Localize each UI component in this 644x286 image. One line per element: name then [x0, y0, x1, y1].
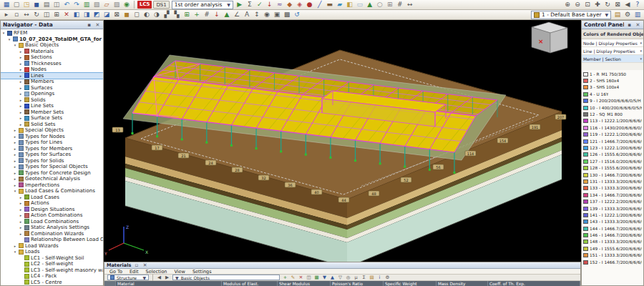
tree-item[interactable]: ▸Types for Members	[1, 146, 103, 152]
expander-icon[interactable]: ▸	[13, 171, 17, 175]
tree-item[interactable]: ▸Surfaces	[1, 85, 103, 92]
text-label-icon[interactable]: A	[242, 10, 252, 19]
tree-item[interactable]: ▸Types for Lines	[1, 139, 103, 146]
legend-row[interactable]: 126 - I 1555.6/200/6/6/6/0/S/H	[582, 152, 643, 158]
move-icon[interactable]: ↔	[21, 10, 31, 19]
support-display-icon[interactable]: ▲	[222, 10, 232, 19]
copy-row-icon[interactable]: ◫	[305, 275, 313, 280]
undo-icon[interactable]: ↶	[62, 0, 72, 9]
expander-icon[interactable]: ▸	[13, 147, 17, 151]
legend-row[interactable]: 143 - I 1333.3/200/6/6/6/0/S/H	[582, 219, 643, 225]
expander-icon[interactable]: ▸	[13, 134, 17, 139]
help-icon[interactable]: ?	[633, 0, 643, 9]
float-panel-icon[interactable]: ▫	[133, 262, 140, 268]
expander-icon[interactable]: ▸	[19, 207, 23, 212]
expander-icon[interactable]: ▸	[19, 104, 23, 108]
navigator-icon[interactable]: ▦	[1, 0, 11, 9]
menu-view[interactable]: View	[171, 269, 189, 275]
tree-item[interactable]: ▸Types for Special Objects	[1, 164, 103, 170]
objects-combo[interactable]: ▼ Basic Objects	[172, 275, 280, 280]
tree-item[interactable]: ▸Types for Concrete Design	[1, 170, 103, 177]
zoom-in-icon[interactable]: ⊕	[562, 0, 572, 9]
snap-icon[interactable]: ▧	[92, 0, 102, 9]
rotate-view-icon[interactable]: ↻	[602, 0, 613, 9]
tree-item[interactable]: LC3 - Self-weight masonry walls	[1, 267, 103, 274]
legend-row[interactable]: 151 - I 1333.3/200/6/6/6/0/M	[582, 252, 643, 259]
expander-icon[interactable]: ▾	[13, 43, 17, 47]
hinge-icon[interactable]: ○	[375, 0, 385, 9]
zoom-out-icon[interactable]: ⊖	[572, 0, 582, 9]
expander-icon[interactable]: ▸	[19, 86, 23, 90]
expander-icon[interactable]: ▾	[1, 31, 6, 35]
expander-icon[interactable]: ▸	[13, 152, 17, 157]
legend-row[interactable]: 3 - SHS 100x4	[582, 84, 643, 91]
column-header[interactable]: Material	[116, 281, 222, 286]
tree-item[interactable]: ▸Surface Sets	[1, 115, 103, 122]
calculate-icon[interactable]: ▶	[235, 0, 245, 9]
dimensions-icon[interactable]: ↔	[405, 0, 415, 9]
tree-item[interactable]: ▸Solids	[1, 97, 103, 104]
results-icon[interactable]: Σ	[245, 0, 255, 9]
view-x-icon[interactable]: ◧	[72, 10, 82, 19]
zoom-extents-icon[interactable]: ⊠	[112, 10, 122, 19]
column-header[interactable]: Coeff. of Th. Exp.	[488, 281, 580, 286]
tree-item[interactable]: ▸Special Objects	[1, 127, 103, 134]
tree-item[interactable]: ▸Solid Sets	[1, 122, 103, 128]
import-icon[interactable]: ▼	[321, 275, 328, 280]
legend-row[interactable]: 141 - I 1222.1/200/6/6/6/0/M	[582, 212, 643, 218]
tree-item[interactable]: ▸Load Combinations	[1, 219, 103, 225]
pin-icon[interactable]: ▪	[626, 22, 633, 28]
info-icon[interactable]: i	[376, 275, 384, 280]
tree-item[interactable]: Relationship Between Load Cases	[1, 237, 103, 243]
expander-icon[interactable]: ▸	[19, 55, 23, 59]
grid-toggle-icon[interactable]: ⊞	[182, 10, 192, 19]
close-icon[interactable]: ✕	[635, 22, 641, 28]
member-icon[interactable]: ▬	[325, 0, 335, 9]
copy-icon[interactable]: ◫	[52, 0, 62, 9]
tree-item[interactable]: ▸Types for Nodes	[1, 134, 103, 140]
background-icon[interactable]: ▩	[282, 10, 292, 19]
render-selector[interactable]: Line | Display Properties▾	[582, 47, 643, 55]
find-icon[interactable]: ◎	[344, 275, 352, 280]
previous-view-icon[interactable]: ◀	[623, 0, 633, 9]
fit-view-icon[interactable]: ⊠	[613, 0, 623, 9]
legend-row[interactable]: 131 - I 1333.3/200/6/6/6/0/M	[582, 178, 643, 184]
units-icon[interactable]: µ	[352, 275, 360, 280]
tree-item[interactable]: ▾RFEM	[1, 30, 103, 36]
pan-icon[interactable]: ✚	[592, 0, 602, 9]
tree-item[interactable]: ▸Line Sets	[1, 103, 103, 109]
column-header[interactable]: Modulus of Elast.	[222, 281, 278, 286]
legend-row[interactable]: 12 - SQ_M1 800	[582, 111, 643, 117]
tree-item[interactable]: LC2 - Self-weight	[1, 261, 103, 267]
render-wire-icon[interactable]: ◻	[132, 10, 142, 19]
expander-icon[interactable]: ▾	[13, 250, 17, 254]
expander-icon[interactable]: ▸	[19, 195, 23, 199]
base-layer-combo[interactable]: 1 - Default Base Layer ▼	[531, 11, 611, 19]
expander-icon[interactable]: ▸	[19, 220, 23, 224]
tree-item[interactable]: ▸Load Wizards	[1, 243, 103, 250]
tree-item[interactable]: ▾Load Cases & Combinations	[1, 188, 103, 194]
legend-row[interactable]: 119 - I 1222.1/200/6/6/6/0/M	[582, 132, 643, 138]
menu-go-to[interactable]: Go To	[106, 269, 126, 275]
guidelines-icon[interactable]: ▨	[112, 0, 122, 9]
line-icon[interactable]: ╱	[315, 0, 325, 9]
legend-row[interactable]: 139 - I 1333.3/200/6/6/6/0/S/H	[582, 205, 643, 212]
mirror-icon[interactable]: ◫	[42, 10, 52, 19]
tree-item[interactable]: ▸Action Combinations	[1, 212, 103, 219]
legend-row[interactable]: 133 - I 1333.3/200/6/6/6/0/S/H	[582, 185, 643, 192]
work-plane-icon[interactable]: ▱	[102, 0, 112, 9]
load-display-icon[interactable]: ↓	[212, 10, 222, 19]
tree-item[interactable]: ▸Actions	[1, 200, 103, 207]
column-header[interactable]: Specific Weight	[384, 281, 436, 286]
expander-icon[interactable]: ▸	[19, 110, 23, 114]
legend-row[interactable]: 123 - I 1222.1/200/6/6/6/0/M	[582, 144, 643, 151]
camera-icon[interactable]: ◉	[262, 10, 272, 19]
pin-icon[interactable]: ▪	[86, 22, 92, 28]
expander-icon[interactable]: ▸	[13, 164, 17, 169]
expander-icon[interactable]: ▸	[19, 201, 23, 205]
expander-icon[interactable]: ▸	[19, 122, 23, 127]
mesh-icon[interactable]: ⊞	[385, 0, 395, 9]
numbering-toggle-icon[interactable]: #	[202, 10, 212, 19]
view-z-icon[interactable]: ◩	[92, 10, 102, 19]
expander-icon[interactable]: ▸	[19, 49, 23, 54]
